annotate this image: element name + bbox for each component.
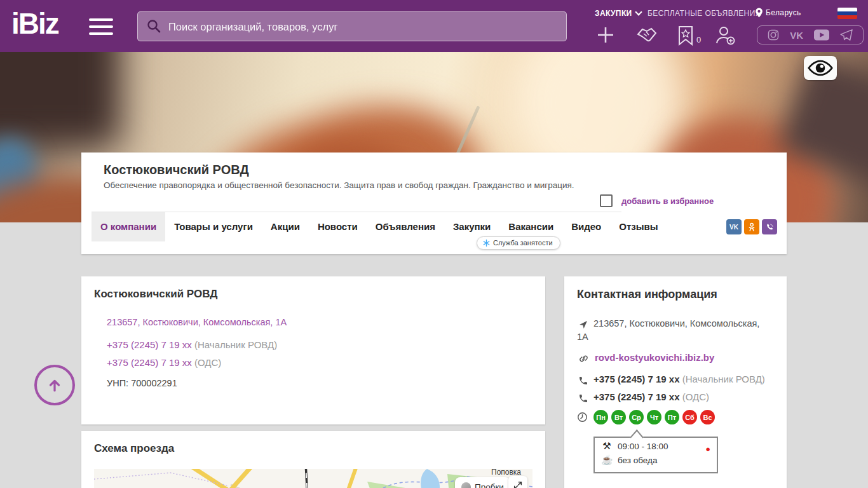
top-header: iBiz ЗАКУПКИ БЕСПЛАТНЫЕ ОБЪЯВЛЕНИЯ Белар… (0, 0, 868, 52)
company-social-links: VK (726, 219, 777, 234)
day-badge[interactable]: Пт (665, 410, 679, 424)
contact-info-card: Контактная информация 213657, Костюкович… (564, 276, 787, 488)
tab-news[interactable]: Новости (309, 212, 367, 241)
phone-row: +375 (2245) 7 19 xx (Начальник РОВД) (107, 339, 277, 350)
day-badge[interactable]: Сб (682, 410, 697, 424)
phone-row: +375 (2245) 7 19 xx (ОДС) (593, 391, 709, 402)
phone-row: +375 (2245) 7 19 xx (ОДС) (107, 357, 221, 368)
lunch-note: без обеда (618, 456, 657, 465)
favorites-count: 0 (696, 35, 701, 44)
working-hours: 09:00 - 18:00 (618, 442, 668, 451)
phone-icon (578, 393, 588, 403)
bookmark-star-icon[interactable] (677, 25, 694, 46)
about-company-card: Костюковичский РОВД 213657, Костюковичи,… (81, 276, 545, 424)
up-arrow-icon (46, 377, 63, 393)
day-badge[interactable]: Чт (647, 410, 661, 424)
day-badge[interactable]: Вс (700, 410, 715, 424)
map-title: Схема проезда (94, 442, 174, 455)
tab-reviews[interactable]: Отзывы (610, 212, 667, 241)
search-bar (137, 11, 567, 41)
day-badge[interactable]: Ср (629, 410, 644, 424)
tab-about[interactable]: О компании (92, 212, 165, 241)
day-badge[interactable]: Пн (593, 410, 608, 424)
hero-blob (0, 52, 121, 147)
search-input[interactable] (167, 12, 557, 42)
region-selector[interactable]: Беларусь (755, 8, 801, 18)
handshake-partners-icon[interactable] (635, 25, 658, 44)
ibiz-logo[interactable]: iBiz (11, 6, 58, 41)
location-pin-icon (755, 8, 763, 18)
working-days: Пн Вт Ср Чт Пт Сб Вс (593, 410, 718, 424)
tab-video[interactable]: Видео (562, 212, 610, 241)
company-header-card: Костюковичский РОВД Обеспечение правопор… (81, 152, 787, 254)
eye-icon (808, 59, 833, 77)
traffic-button[interactable]: Пробки (455, 477, 510, 488)
company-address-link[interactable]: 213657, Костюковичи, Комсомольская, 1А (107, 317, 287, 327)
add-to-favorites[interactable]: добавить в избранное (600, 194, 714, 207)
header-social-links: VK (757, 25, 864, 44)
link-chain-icon (578, 353, 589, 364)
tab-ads[interactable]: Объявления (367, 212, 444, 241)
company-website-link[interactable]: rovd-kostyukovichi.ibiz.by (595, 352, 714, 363)
company-description: Обеспечение правопорядка и общественной … (104, 180, 574, 190)
day-badge[interactable]: Вт (611, 410, 626, 424)
tab-products[interactable]: Товары и услуги (165, 212, 262, 241)
employment-service-tooltip[interactable]: Служба занятости (477, 236, 560, 250)
tab-promotions[interactable]: Акции (262, 212, 309, 241)
map-fullscreen-button[interactable] (508, 476, 527, 488)
scroll-to-top-button[interactable] (34, 365, 75, 405)
company-unp: УНП: 700002291 (107, 378, 177, 388)
add-plus-icon[interactable] (596, 25, 615, 44)
search-icon (146, 18, 161, 34)
youtube-icon[interactable] (814, 29, 829, 41)
expand-arrows-icon (513, 480, 523, 488)
nav-free-ads[interactable]: БЕСПЛАТНЫЕ ОБЪЯВЛЕНИЯ (648, 9, 761, 18)
language-flag-ru[interactable] (837, 8, 857, 19)
page: iBiz ЗАКУПКИ БЕСПЛАТНЫЕ ОБЪЯВЛЕНИЯ Белар… (0, 0, 868, 488)
odnoklassniki-icon[interactable] (744, 219, 759, 234)
chevron-down-icon (635, 8, 642, 15)
company-tabs: О компании Товары и услуги Акции Новости… (92, 212, 667, 241)
asterisk-icon (483, 240, 490, 247)
phone-row: +375 (2245) 7 19 xx (Начальник РОВД) (593, 374, 765, 384)
vk-icon[interactable]: VK (790, 30, 803, 40)
map-canvas[interactable]: Поповка Пробки (94, 469, 532, 488)
closed-status-dot: ● (705, 445, 710, 453)
hamburger-menu-icon[interactable] (89, 18, 113, 35)
about-title: Костюковичский РОВД (94, 288, 217, 301)
user-register-icon[interactable] (714, 25, 736, 46)
telegram-icon[interactable] (840, 29, 853, 41)
favorite-checkbox[interactable] (600, 194, 613, 207)
nav-zakupki[interactable]: ЗАКУПКИ (595, 9, 641, 18)
phone-icon (578, 376, 588, 386)
working-hours-tooltip: ⚒ 09:00 - 18:00 ☕ без обеда ● (593, 437, 718, 473)
phone-link[interactable]: +375 (2245) 7 19 xx (107, 357, 192, 368)
viber-icon[interactable] (762, 219, 777, 234)
phone-note: (ОДС) (194, 357, 221, 368)
clock-icon (577, 412, 588, 423)
company-name: Костюковичский РОВД (104, 163, 249, 177)
phone-note: (Начальник РОВД) (194, 339, 277, 350)
tools-icon: ⚒ (601, 440, 613, 452)
traffic-light-icon (461, 482, 471, 488)
accessibility-eye-button[interactable] (804, 56, 837, 80)
contact-title: Контактная информация (577, 288, 717, 301)
directions-card: Схема проезда Поповка (81, 431, 545, 488)
contact-address: 213657, Костюковичи, Комсомольская, 1А (577, 317, 773, 344)
vk-icon[interactable]: VK (726, 219, 742, 234)
phone-link[interactable]: +375 (2245) 7 19 xx (107, 339, 192, 350)
instagram-icon[interactable] (768, 29, 779, 41)
favorite-label[interactable]: добавить в избранное (621, 196, 714, 206)
coffee-cup-icon: ☕ (601, 454, 613, 466)
